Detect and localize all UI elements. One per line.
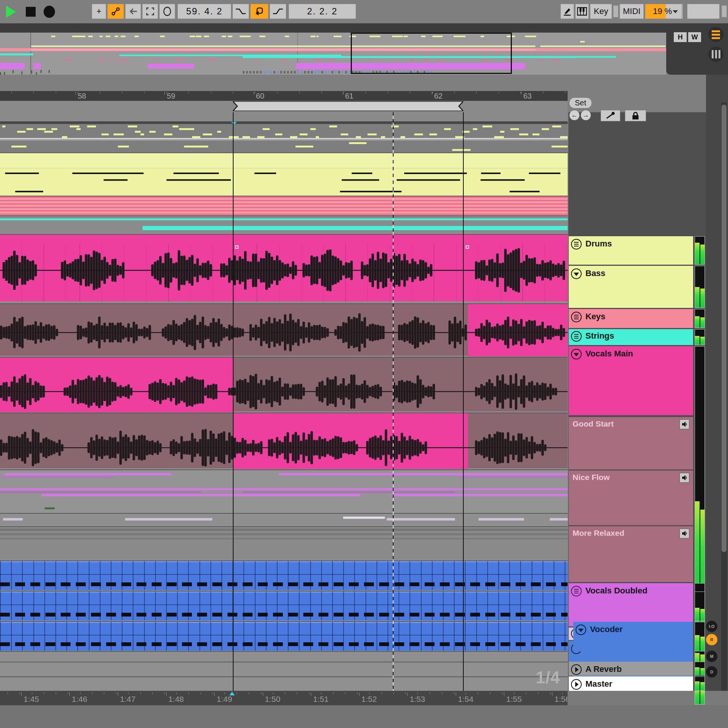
- track-header-master[interactable]: Master: [569, 676, 693, 691]
- track-header-a-reverb[interactable]: A Reverb: [569, 662, 693, 676]
- punch-in-button[interactable]: [232, 4, 249, 19]
- punch-in-icon: [235, 7, 246, 16]
- track-header-keys[interactable]: Keys: [569, 309, 693, 328]
- arrangement-position-display[interactable]: 59. 4. 2: [177, 4, 231, 19]
- track-header-bass[interactable]: Bass: [569, 266, 693, 308]
- lane-header-nice-flow[interactable]: Nice Flow: [569, 471, 693, 525]
- bass-clip-row[interactable]: [0, 152, 568, 196]
- automation-mode-button[interactable]: [107, 4, 124, 19]
- mixer-bars-icon[interactable]: [708, 47, 723, 62]
- take-lane-more-relaxed[interactable]: [0, 413, 568, 468]
- lane-header-good-start[interactable]: Good Start: [569, 417, 693, 469]
- draw-mode-button[interactable]: [560, 4, 574, 19]
- audition-take-button[interactable]: [679, 529, 689, 538]
- stop-button[interactable]: [25, 6, 36, 17]
- punch-out-button[interactable]: [270, 4, 286, 19]
- vocals-fx-clip-row[interactable]: [0, 513, 568, 526]
- time-minor-tick: [285, 692, 285, 694]
- time-minor-tick: [514, 692, 515, 694]
- piano-keyboard-icon: [577, 7, 587, 16]
- play-fold-icon[interactable]: [571, 664, 582, 675]
- time-minor-tick: [381, 692, 382, 694]
- lane-header-more-relaxed[interactable]: More Relaxed: [569, 526, 693, 582]
- track-header-vocals-main[interactable]: Vocals Main: [569, 346, 693, 415]
- pencil-icon: [562, 6, 572, 16]
- empty-display[interactable]: [687, 4, 720, 19]
- loop-button[interactable]: [250, 4, 268, 19]
- play-fold-icon[interactable]: [571, 679, 582, 690]
- group-fold-icon[interactable]: [571, 586, 582, 596]
- vocal-vocoder-group-row[interactable]: [0, 526, 568, 560]
- group-fold-icon[interactable]: [571, 239, 582, 249]
- arrangement-area[interactable]: [0, 112, 568, 691]
- drums-clip-row[interactable]: [0, 124, 568, 152]
- time-minor-tick: [128, 692, 129, 694]
- set-button[interactable]: Set: [570, 98, 592, 108]
- vocals-main-clip-row[interactable]: [0, 234, 568, 301]
- back-to-arrangement-button[interactable]: [125, 4, 141, 19]
- draw-automation-button[interactable]: [601, 110, 620, 121]
- vocoder-clip-row[interactable]: [0, 621, 568, 651]
- scrollbar-handle[interactable]: [722, 105, 726, 552]
- time-minor-tick: [309, 692, 309, 694]
- layer2-clip-row[interactable]: [0, 591, 568, 620]
- prev-marker-button[interactable]: ←: [570, 110, 579, 120]
- overview-view-rectangle[interactable]: [351, 33, 512, 74]
- track-header-vocals-doubled[interactable]: Vocals Doubled: [569, 583, 693, 626]
- selection-brackets-button[interactable]: [142, 4, 158, 19]
- layer1-clip-row[interactable]: [0, 560, 568, 590]
- vocals-doubled-clip-row[interactable]: [0, 469, 568, 513]
- next-marker-button[interactable]: →: [581, 110, 591, 120]
- midi-map-button[interactable]: MIDI: [620, 4, 644, 19]
- fit-height-button[interactable]: H: [674, 32, 687, 42]
- unfold-arrow-icon[interactable]: [571, 349, 582, 359]
- arrangement-overview[interactable]: [0, 33, 666, 75]
- fade-handle-left[interactable]: [235, 245, 238, 249]
- track-header-vocoder[interactable]: Vocoder: [573, 622, 693, 651]
- computer-midi-keyboard-button[interactable]: [575, 4, 589, 19]
- track-header-strings[interactable]: Strings: [569, 329, 693, 345]
- bar-label: 63: [523, 92, 532, 100]
- lock-envelopes-button[interactable]: [625, 110, 646, 121]
- fit-width-button[interactable]: W: [688, 32, 701, 42]
- unfold-arrow-icon[interactable]: [576, 624, 586, 635]
- speaker-icon: [681, 421, 687, 427]
- loop-end-line[interactable]: [463, 112, 464, 691]
- play-button[interactable]: [5, 5, 17, 18]
- a-reverb-clip-row[interactable]: [0, 662, 568, 676]
- keys-clip-row[interactable]: [0, 196, 568, 215]
- show-mixer-button[interactable]: M: [706, 651, 717, 662]
- take-lane-nice-flow[interactable]: [0, 357, 568, 411]
- show-returns-button[interactable]: R: [706, 634, 717, 645]
- vocals-fx-clips: [0, 514, 568, 526]
- time-ruler[interactable]: 1:451:461:471:481:491:501:511:521:531:54…: [0, 691, 568, 705]
- minor-tick: [56, 92, 56, 93]
- loop-start-line[interactable]: [233, 112, 234, 691]
- beat-time-ruler[interactable]: 585960616263: [0, 91, 568, 101]
- record-button[interactable]: [42, 5, 56, 18]
- pencil-mode-button[interactable]: +: [92, 4, 106, 19]
- audition-take-button[interactable]: [679, 473, 689, 483]
- track-header-drums[interactable]: Drums: [569, 236, 693, 265]
- strings-clip-line: [0, 218, 568, 220]
- fade-handle-right[interactable]: [466, 245, 469, 249]
- minor-tick: [565, 92, 565, 93]
- loop-length-display[interactable]: 2. 2. 2: [289, 4, 356, 19]
- time-label: 1:51: [313, 695, 329, 704]
- take-lane-good-start[interactable]: [0, 303, 568, 356]
- key-map-button[interactable]: Key: [590, 4, 612, 19]
- group-fold-icon[interactable]: [571, 312, 582, 322]
- unfold-arrow-icon[interactable]: [571, 268, 582, 279]
- loop-brace[interactable]: [233, 101, 463, 111]
- circle-tool-button[interactable]: [159, 4, 175, 19]
- time-tick: [359, 692, 359, 696]
- strings-clip-row[interactable]: [0, 215, 568, 232]
- playhead-cursor[interactable]: [393, 112, 394, 691]
- audition-take-button[interactable]: [679, 419, 689, 429]
- group-fold-icon[interactable]: [571, 331, 582, 342]
- time-minor-tick: [454, 692, 454, 694]
- show-io-button[interactable]: I-O: [706, 621, 717, 632]
- master-clip-row[interactable]: [0, 676, 568, 691]
- show-delay-button[interactable]: D: [706, 666, 717, 678]
- hamburger-menu-icon[interactable]: [708, 27, 723, 42]
